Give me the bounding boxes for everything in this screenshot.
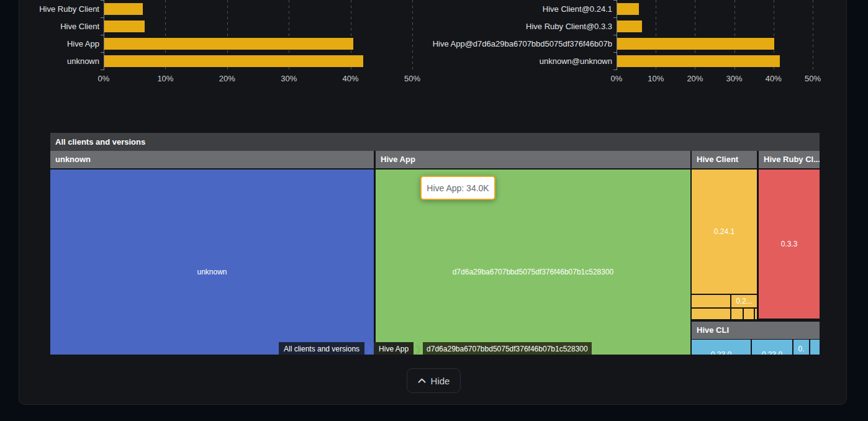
breadcrumb-item-hive-app[interactable]: Hive App <box>374 342 414 355</box>
y-axis-label: unknown <box>67 55 99 67</box>
treemap-cell-hive-ruby-033[interactable]: 0.3.3 <box>759 170 820 319</box>
x-axis-tick-label: 50% <box>404 74 420 83</box>
treemap-cell-hive-client-small[interactable] <box>755 309 757 319</box>
axis-tick <box>613 52 617 53</box>
axis-tick <box>613 70 617 70</box>
treemap-cell-hive-client-0241[interactable]: 0.24.1 <box>692 170 757 294</box>
x-axis-tick-label: 40% <box>343 74 359 83</box>
axis-tick <box>101 70 104 70</box>
bar-hive-ruby-client[interactable] <box>104 3 143 15</box>
treemap-group-header-hive-cli[interactable]: Hive CLI <box>692 322 820 339</box>
breadcrumb-item-hash[interactable]: d7d6a29ba6707bbd5075df376f46b07b1c528300 <box>423 342 592 355</box>
treemap-group-hive-client: Hive Client 0.24.1 0.2... <box>692 151 757 319</box>
axis-tick <box>613 17 617 18</box>
bar-hive-app[interactable] <box>104 38 353 50</box>
bar-hive-client[interactable] <box>104 20 145 32</box>
clients-chart-y-axis: Hive Ruby Client Hive Client Hive App un… <box>0 0 99 70</box>
x-axis-tick-label: 10% <box>157 74 173 83</box>
treemap-cell-unknown[interactable]: unknown <box>50 170 374 355</box>
bar-unknown[interactable] <box>104 55 363 67</box>
breadcrumb-item-root[interactable]: All clients and versions <box>279 342 364 355</box>
treemap-cell-hive-cli-0230[interactable]: 0.23.0 <box>692 340 751 355</box>
clients-versions-treemap: All clients and versions unknown unknown… <box>50 133 820 355</box>
treemap-cell-hive-cli-0[interactable]: 0. <box>793 340 809 355</box>
bar-hive-app-hash[interactable] <box>617 38 774 50</box>
x-axis-tick-label: 20% <box>687 74 703 83</box>
treemap-cell-hive-client-small[interactable] <box>692 309 730 319</box>
y-axis-label: unknown@unknown <box>540 55 612 67</box>
treemap-cell-hive-cli-0230b[interactable]: 0.23.0 <box>752 340 792 355</box>
treemap-cell-hive-client-small[interactable] <box>731 309 743 319</box>
axis-tick <box>101 17 104 18</box>
bar-hive-client-0241[interactable] <box>617 3 639 15</box>
axis-tick <box>613 35 617 35</box>
tooltip-text: Hive App: 34.0K <box>427 183 489 193</box>
x-axis-tick-label: 50% <box>805 74 821 83</box>
treemap-group-hive-ruby-client: Hive Ruby Cl... 0.3.3 <box>759 151 820 319</box>
y-axis-label: Hive Ruby Client@0.3.3 <box>526 20 612 32</box>
bar-hive-ruby-client-033[interactable] <box>617 20 642 32</box>
treemap-group-header-hive-app[interactable]: Hive App <box>376 151 690 168</box>
treemap-group-header-unknown[interactable]: unknown <box>50 151 374 168</box>
bar-unknown-unknown[interactable] <box>617 55 780 67</box>
y-axis-label: Hive Ruby Client <box>39 3 99 15</box>
hide-button-label: Hide <box>431 376 450 386</box>
x-axis-tick-label: 40% <box>766 74 782 83</box>
treemap-breadcrumb: All clients and versions ❯ Hive App ❯ d7… <box>279 342 592 355</box>
treemap-group-unknown: unknown unknown <box>50 151 374 355</box>
axis-tick <box>101 52 104 53</box>
gridline <box>813 0 813 70</box>
x-axis-tick-label: 10% <box>648 74 664 83</box>
y-axis-label: Hive App <box>67 38 99 50</box>
versions-chart-y-axis: Hive Client@0.24.1 Hive Ruby Client@0.3.… <box>433 0 612 70</box>
treemap-cell-hive-client-02[interactable]: 0.2... <box>731 295 757 307</box>
clients-bar-chart: Hive Ruby Client Hive Client Hive App un… <box>0 0 433 87</box>
y-axis-label: Hive Client@0.24.1 <box>543 3 612 15</box>
axis-tick <box>613 0 617 1</box>
y-axis-label: Hive Client <box>60 20 99 32</box>
treemap-root-header[interactable]: All clients and versions <box>50 133 820 151</box>
breadcrumb-chevron-icon: ❯ <box>364 342 374 355</box>
hover-tooltip: Hive App: 34.0K <box>420 176 495 200</box>
x-axis-tick-label: 30% <box>281 74 297 83</box>
axis-tick <box>101 0 104 1</box>
chevron-up-icon <box>418 378 426 383</box>
hide-button[interactable]: Hide <box>407 368 461 393</box>
treemap-group-header-hive-ruby-client[interactable]: Hive Ruby Cl... <box>759 151 820 168</box>
x-axis-tick-label: 20% <box>219 74 235 83</box>
gridline <box>412 0 413 70</box>
axis-tick <box>101 35 104 35</box>
treemap-cell-hive-cli-small[interactable] <box>810 340 820 355</box>
client-versions-bar-chart: Hive Client@0.24.1 Hive Ruby Client@0.3.… <box>433 0 868 87</box>
x-axis-tick-label: 0% <box>98 74 110 83</box>
treemap-group-header-hive-client[interactable]: Hive Client <box>692 151 757 168</box>
x-axis-tick-label: 30% <box>726 74 743 83</box>
treemap-cell-label: 0. <box>798 345 804 353</box>
treemap-group-hive-cli: Hive CLI 0.23.0 0.23.0 0. <box>692 322 820 355</box>
treemap-cell-hive-client-small[interactable] <box>744 309 754 319</box>
breadcrumb-chevron-icon: ❯ <box>414 342 423 355</box>
versions-chart-plot-area: 0% 10% 20% 30% 40% 50% <box>617 0 813 70</box>
treemap-cell-hive-client-small[interactable] <box>692 295 730 307</box>
clients-chart-plot-area: 0% 10% 20% 30% 40% 50% <box>104 0 412 70</box>
x-axis-tick-label: 0% <box>611 74 623 83</box>
y-axis-label: Hive App@d7d6a29ba6707bbd5075df376f46b07… <box>433 38 612 50</box>
